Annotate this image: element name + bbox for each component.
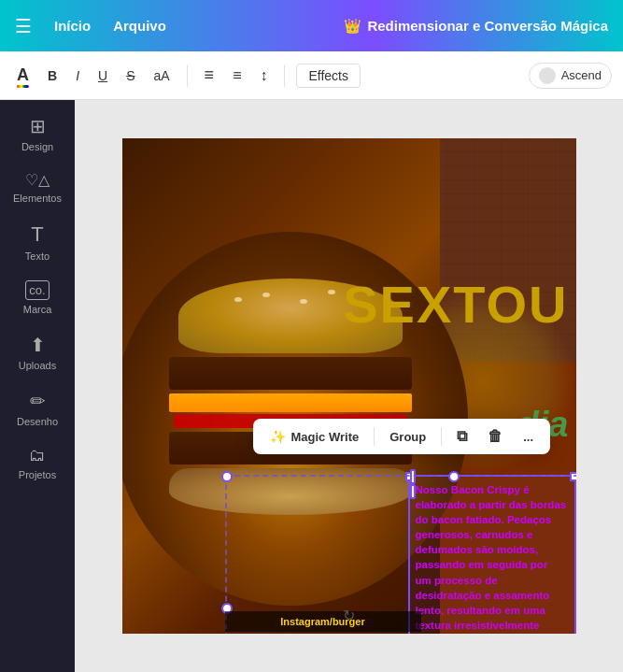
text-toolbar: A B I U S aA ≡ ≡ ↕ Effects Ascend xyxy=(0,51,623,100)
effects-button[interactable]: Effects xyxy=(296,64,361,88)
burger-patty-1 xyxy=(169,357,412,390)
elementos-icon: ♡△ xyxy=(25,171,50,189)
text-color-button[interactable]: A xyxy=(11,62,35,89)
design-icon: ⊞ xyxy=(30,115,46,137)
instagram-bar: Instagram/burger xyxy=(225,611,421,632)
sidebar-item-elementos[interactable]: ♡△ Elementos xyxy=(0,164,75,211)
italic-button[interactable]: I xyxy=(70,64,85,87)
hamburger-menu[interactable]: ☰ xyxy=(15,15,32,37)
main-area: ⊞ Design ♡△ Elementos T Texto co. Marca … xyxy=(0,100,623,672)
uploads-icon: ⬆ xyxy=(30,334,46,356)
burger-bun-bottom xyxy=(169,468,412,515)
sidebar-item-desenho[interactable]: ✏ Desenho xyxy=(0,382,75,435)
sidebar-label-design: Design xyxy=(21,141,53,152)
list-button[interactable]: ≡ xyxy=(227,64,247,88)
ft-divider-1 xyxy=(374,427,375,446)
strikethrough-button[interactable]: S xyxy=(120,64,140,87)
group-button[interactable]: Group xyxy=(384,428,432,446)
nav-magic-resize[interactable]: 👑 Redimensionar e Conversão Mágica xyxy=(344,18,608,35)
toolbar-divider-1 xyxy=(187,64,188,87)
sextou-text[interactable]: SEXTOU xyxy=(343,279,575,331)
purple-text-content[interactable]: Nosso Bacon Crispy é elaborado a partir … xyxy=(410,479,573,634)
ascend-icon xyxy=(539,67,556,84)
text-a-icon: A xyxy=(17,65,29,85)
toolbar-divider-2 xyxy=(284,64,285,87)
sidebar-label-texto: Texto xyxy=(25,250,50,262)
sidebar-item-projetos[interactable]: 🗂 Projetos xyxy=(0,438,75,488)
align-button[interactable]: ≡ xyxy=(199,62,220,89)
sidebar-item-uploads[interactable]: ⬆ Uploads xyxy=(0,326,75,379)
nav-arquivo[interactable]: Arquivo xyxy=(113,18,166,34)
underline-button[interactable]: U xyxy=(92,64,113,87)
burger-cheese xyxy=(169,393,412,412)
spacing-button[interactable]: ↕ xyxy=(254,64,273,88)
desenho-icon: ✏ xyxy=(30,390,46,412)
magic-write-button[interactable]: ✨ Magic Write xyxy=(264,427,365,446)
canvas[interactable]: SEXTOU dia Nosso Bacon Crispy é elaborad… xyxy=(122,138,576,634)
marca-icon: co. xyxy=(25,280,49,300)
crown-icon: 👑 xyxy=(344,18,361,35)
projetos-icon: 🗂 xyxy=(29,446,46,465)
sidebar-label-projetos: Projetos xyxy=(19,469,56,480)
sidebar-label-elementos: Elementos xyxy=(13,193,62,204)
bold-button[interactable]: B xyxy=(42,64,63,87)
sesame-4 xyxy=(328,290,335,294)
sidebar-label-uploads: Uploads xyxy=(19,360,56,371)
sidebar-item-marca[interactable]: co. Marca xyxy=(0,273,75,322)
sidebar-item-texto[interactable]: T Texto xyxy=(0,215,75,269)
delete-button[interactable]: 🗑 xyxy=(482,426,508,447)
sidebar: ⊞ Design ♡△ Elementos T Texto co. Marca … xyxy=(0,100,75,672)
texto-icon: T xyxy=(31,222,43,247)
ascend-button[interactable]: Ascend xyxy=(529,63,612,89)
ft-divider-2 xyxy=(441,427,442,446)
sesame-2 xyxy=(262,293,270,297)
magic-write-icon: ✨ xyxy=(270,429,286,444)
floating-toolbar: ✨ Magic Write Group ⧉ 🗑 ... xyxy=(253,419,551,454)
rotate-handle[interactable]: ↻ xyxy=(340,606,359,624)
top-nav: ☰ Início Arquivo 👑 Redimensionar e Conve… xyxy=(0,0,623,51)
aa-button[interactable]: aA xyxy=(148,64,175,87)
canvas-area[interactable]: SEXTOU dia Nosso Bacon Crispy é elaborad… xyxy=(75,100,623,672)
copy-button[interactable]: ⧉ xyxy=(451,426,473,447)
sidebar-label-marca: Marca xyxy=(23,304,52,315)
sidebar-label-desenho: Desenho xyxy=(17,416,58,427)
sesame-1 xyxy=(234,297,242,302)
nav-inicio[interactable]: Início xyxy=(54,18,91,34)
sesame-3 xyxy=(300,299,307,304)
sidebar-item-design[interactable]: ⊞ Design xyxy=(0,107,75,160)
more-button[interactable]: ... xyxy=(517,428,539,446)
